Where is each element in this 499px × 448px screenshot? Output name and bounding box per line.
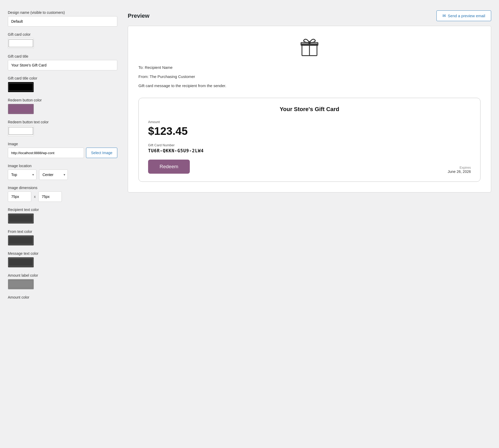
amount-value: $123.45: [148, 125, 471, 137]
image-position-select[interactable]: Top Bottom: [8, 169, 36, 180]
preview-card: To: Recipient Name From: The Purchasing …: [128, 26, 491, 192]
expires-label: Expires: [448, 166, 471, 169]
image-location-row: Top Bottom Center Left Right: [8, 169, 117, 180]
gift-card-title-color-group: Gift card title color: [8, 76, 117, 92]
message-text-color-swatch[interactable]: [8, 257, 34, 268]
image-row: Select Image: [8, 148, 117, 158]
image-dimensions-label: Image dimensions: [8, 186, 117, 190]
message-text: Gift card message to the recipient from …: [138, 83, 480, 88]
image-location-group: Image location Top Bottom Center Left Ri…: [8, 164, 117, 180]
expires-date: June 26, 2026: [448, 169, 471, 174]
preview-header: Preview ✉ Send a preview email: [128, 10, 491, 21]
redeem-button-color-label: Redeem button color: [8, 98, 117, 102]
inner-card-title: Your Store's Gift Card: [148, 106, 471, 113]
redeem-row: Redeem Expires June 26, 2026: [148, 160, 471, 174]
amount-label: Amount: [148, 120, 471, 124]
message-text-color-group: Message text color: [8, 251, 117, 268]
amount-label-color-label: Amount label color: [8, 273, 117, 277]
from-text-color-swatch[interactable]: [8, 235, 34, 246]
amount-label-color-swatch[interactable]: [8, 279, 34, 289]
gift-card-title-input[interactable]: [8, 60, 117, 70]
amount-color-label: Amount color: [8, 295, 117, 299]
image-location-label: Image location: [8, 164, 117, 168]
send-preview-button[interactable]: ✉ Send a preview email: [436, 10, 491, 21]
send-preview-label: Send a preview email: [448, 14, 485, 18]
amount-color-group: Amount color: [8, 295, 117, 299]
gift-icon: [298, 35, 321, 59]
image-align-select-wrapper: Center Left Right: [39, 169, 68, 180]
image-group: Image Select Image: [8, 142, 117, 158]
gift-card-title-color-label: Gift card title color: [8, 76, 117, 80]
dim-x-label: x: [34, 195, 36, 199]
image-url-input[interactable]: [8, 148, 84, 158]
amount-label-color-group: Amount label color: [8, 273, 117, 289]
redeem-button[interactable]: Redeem: [148, 160, 190, 174]
expires-block: Expires June 26, 2026: [448, 166, 471, 174]
design-name-input[interactable]: [8, 16, 117, 27]
image-label: Image: [8, 142, 117, 146]
gift-card-color-label: Gift card color: [8, 32, 117, 37]
redeem-button-color-swatch[interactable]: [8, 104, 34, 114]
recipient-text-color-group: Recipient text color: [8, 208, 117, 224]
preview-title: Preview: [128, 13, 149, 19]
recipient-text-color-swatch[interactable]: [8, 213, 34, 224]
design-name-label: Design name (visible to customers): [8, 10, 117, 15]
email-icon: ✉: [442, 13, 446, 18]
gift-card-color-group: Gift card color: [8, 32, 117, 49]
gc-number-value: TU6R-QKKN-G5U9-2LW4: [148, 148, 471, 153]
dim-width-input[interactable]: [8, 191, 31, 202]
image-position-select-wrapper: Top Bottom: [8, 169, 36, 180]
from-text-color-label: From text color: [8, 229, 117, 234]
left-panel: Design name (visible to customers) Gift …: [8, 10, 117, 305]
recipient-text-color-label: Recipient text color: [8, 208, 117, 212]
message-text-color-label: Message text color: [8, 251, 117, 256]
gift-card-color-swatch[interactable]: [8, 38, 34, 49]
design-name-group: Design name (visible to customers): [8, 10, 117, 27]
gift-card-title-color-swatch[interactable]: [8, 82, 34, 92]
image-align-select[interactable]: Center Left Right: [39, 169, 68, 180]
image-dimensions-group: Image dimensions x: [8, 186, 117, 202]
redeem-button-text-color-group: Redeem button text color: [8, 120, 117, 136]
gc-number-label: Gift Card Number: [148, 143, 471, 147]
preview-info: To: Recipient Name From: The Purchasing …: [128, 65, 491, 98]
image-dimensions-row: x: [8, 191, 117, 202]
right-panel: Preview ✉ Send a preview email: [128, 10, 491, 305]
redeem-button-text-color-label: Redeem button text color: [8, 120, 117, 124]
dim-height-input[interactable]: [38, 191, 62, 202]
gift-icon-area: [128, 26, 491, 65]
gift-card-title-group: Gift card title: [8, 54, 117, 70]
redeem-button-color-group: Redeem button color: [8, 98, 117, 114]
from-text: From: The Purchasing Customer: [138, 74, 480, 79]
redeem-button-text-color-swatch[interactable]: [8, 126, 34, 136]
gift-card-title-label: Gift card title: [8, 54, 117, 58]
inner-gift-card: Your Store's Gift Card Amount $123.45 Gi…: [138, 98, 480, 182]
from-text-color-group: From text color: [8, 229, 117, 246]
select-image-button[interactable]: Select Image: [86, 148, 117, 158]
recipient-text: To: Recipient Name: [138, 65, 480, 70]
